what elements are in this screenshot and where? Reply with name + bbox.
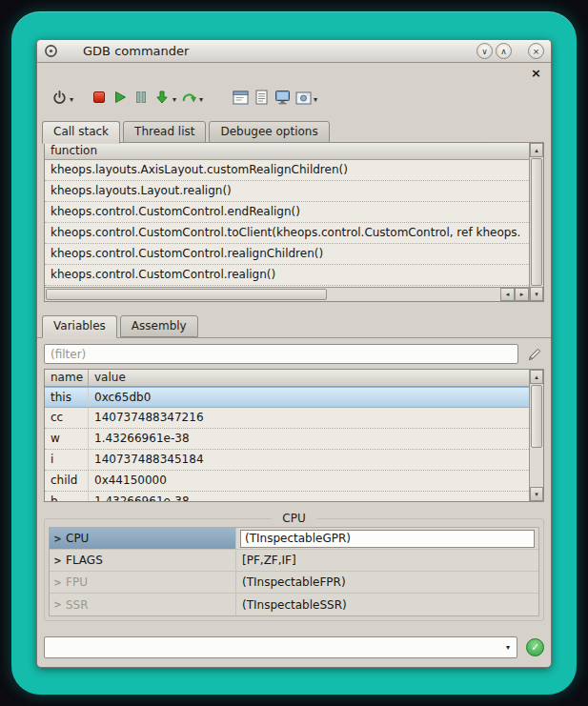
tab-thread-list[interactable]: Thread list (123, 121, 206, 143)
run-button[interactable] (110, 85, 131, 110)
hscroll-thumb[interactable] (46, 289, 327, 300)
vscroll-thumb[interactable] (531, 385, 542, 448)
pause-icon (134, 91, 148, 104)
monitor-button[interactable] (272, 85, 293, 110)
cpu-row-gpr[interactable]: > CPU (TInspectableGPR) (50, 528, 538, 550)
tab-variables[interactable]: Variables (42, 315, 117, 338)
dock-header: × (37, 63, 551, 80)
variable-row[interactable]: w 1.43266961e-38 (45, 429, 529, 450)
titlebar[interactable]: GDB commander ∨ ∧ × (37, 40, 551, 63)
expand-icon[interactable]: > (50, 599, 66, 610)
snapshot-icon (295, 91, 312, 105)
power-button[interactable] (49, 85, 70, 110)
scroll-left-button[interactable]: ◂ (500, 288, 515, 301)
step-into-button[interactable] (152, 85, 172, 110)
dock-close-icon[interactable]: × (531, 67, 541, 79)
call-list-button[interactable] (251, 85, 272, 110)
tab-debugee-options[interactable]: Debugee options (209, 121, 329, 143)
window-title: GDB commander (83, 44, 189, 58)
column-header-name[interactable]: name (45, 370, 89, 386)
column-header-value[interactable]: value (89, 370, 132, 386)
frame-view-button[interactable] (230, 85, 251, 110)
filter-options-button[interactable] (525, 345, 544, 364)
step-over-icon (181, 90, 197, 105)
call-stack-frame[interactable]: kheops.control.CustomControl.toClient(kh… (45, 223, 529, 244)
stop-button[interactable] (89, 85, 110, 110)
tab-call-stack[interactable]: Call stack (42, 121, 120, 144)
close-button[interactable]: × (528, 43, 544, 59)
minimize-button[interactable]: ∨ (476, 43, 493, 59)
pause-button[interactable] (131, 85, 152, 110)
gdb-commander-window: GDB commander ∨ ∧ × × ▾ (36, 39, 552, 668)
variable-row[interactable]: child 0x44150000 (45, 471, 529, 492)
variable-value: 140737488345184 (89, 450, 529, 470)
step-into-icon (154, 90, 170, 105)
vertical-scrollbar[interactable]: ▴ ▾ (529, 143, 543, 301)
power-dropdown-caret[interactable]: ▾ (70, 95, 73, 104)
cpu-row-value-cell: [PF,ZF,IF] (236, 550, 538, 571)
cpu-row-name-cell: > CPU (50, 528, 236, 549)
cpu-row-value-cell: (TInspectableFPR) (236, 572, 538, 593)
call-stack-frame[interactable]: kheops.control.CustomControl.realignChil… (45, 244, 529, 265)
variable-value: 1.43266961e-38 (89, 429, 529, 449)
variable-value: 0xc65db0 (89, 388, 529, 407)
scroll-up-button[interactable]: ▴ (530, 143, 543, 157)
cpu-row-fpu[interactable]: > FPU (TInspectableFPR) (50, 572, 538, 594)
cpu-row-value: (TInspectableSSR) (240, 598, 347, 612)
vscroll-track[interactable] (531, 385, 542, 486)
variables-filter-row (44, 344, 544, 364)
cpu-group-title: CPU (271, 512, 316, 525)
cpu-row-flags[interactable]: > FLAGS [PF,ZF,IF] (50, 550, 538, 572)
power-icon (51, 90, 68, 106)
cpu-row-name: FLAGS (66, 554, 103, 567)
snapshot-dropdown-caret[interactable]: ▾ (314, 95, 317, 104)
cpu-row-value-cell: (TInspectableGPR) (236, 528, 538, 549)
cpu-row-name-cell: > SSR (50, 594, 236, 615)
call-stack-frame[interactable]: kheops.layouts.Layout.realign() (45, 181, 529, 202)
scroll-right-button[interactable]: ▸ (515, 288, 529, 301)
cpu-value-editor[interactable]: (TInspectableGPR) (240, 530, 535, 548)
horizontal-scrollbar[interactable]: ◂ ▸ (45, 287, 529, 301)
step-over-button[interactable] (178, 85, 199, 110)
middle-tabbar: Variables Assembly (37, 302, 551, 338)
maximize-button[interactable]: ∧ (496, 43, 512, 59)
call-stack-frame[interactable]: kheops.layouts.AxisLayout.customRealignC… (45, 160, 529, 181)
send-command-button[interactable]: ✓ (526, 638, 544, 656)
expand-icon[interactable]: > (50, 577, 66, 588)
column-header-function[interactable]: function (45, 143, 103, 159)
variable-name: child (45, 471, 89, 491)
call-stack-frame[interactable]: kheops.control.CustomControl.endRealign(… (45, 202, 529, 223)
variable-name: i (45, 450, 89, 470)
hscroll-track[interactable] (328, 288, 500, 301)
step-into-dropdown-caret[interactable]: ▾ (172, 95, 176, 104)
chevron-down-icon[interactable]: ▾ (499, 643, 517, 652)
call-stack-header: function (45, 143, 529, 160)
cpu-row-value: (TInspectableFPR) (240, 575, 346, 589)
scroll-down-button[interactable]: ▾ (530, 487, 543, 501)
cpu-row-name-cell: > FLAGS (50, 550, 236, 571)
command-input[interactable] (45, 637, 499, 657)
scroll-down-button[interactable]: ▾ (530, 287, 543, 301)
vscroll-track[interactable] (531, 158, 542, 286)
variables-rows: this 0xc65db0 cc 140737488347216 w 1.432… (45, 387, 529, 501)
cpu-row-ssr[interactable]: > SSR (TInspectableSSR) (50, 594, 538, 615)
variables-panel: name value this 0xc65db0 cc 140737488347… (44, 369, 544, 502)
variable-value: 140737488347216 (89, 408, 529, 428)
command-combobox[interactable]: ▾ (44, 636, 517, 658)
variable-row[interactable]: cc 140737488347216 (45, 408, 529, 429)
variable-row[interactable]: i 140737488345184 (45, 450, 529, 471)
variable-row[interactable]: b 1.43266961e-38 (45, 492, 529, 501)
expand-icon[interactable]: > (50, 555, 66, 566)
tab-assembly[interactable]: Assembly (120, 315, 198, 337)
pen-icon (527, 347, 542, 362)
call-stack-frame[interactable]: kheops.control.CustomControl.realign() (45, 265, 529, 286)
vscroll-thumb[interactable] (531, 158, 542, 286)
variable-value: 0x44150000 (89, 471, 529, 491)
vertical-scrollbar[interactable]: ▴ ▾ (529, 370, 543, 501)
filter-input[interactable] (44, 344, 518, 364)
step-over-dropdown-caret[interactable]: ▾ (199, 95, 203, 104)
scroll-up-button[interactable]: ▴ (530, 370, 543, 384)
expand-icon[interactable]: > (50, 534, 66, 544)
variable-row[interactable]: this 0xc65db0 (45, 387, 529, 408)
snapshot-button[interactable] (293, 85, 314, 110)
